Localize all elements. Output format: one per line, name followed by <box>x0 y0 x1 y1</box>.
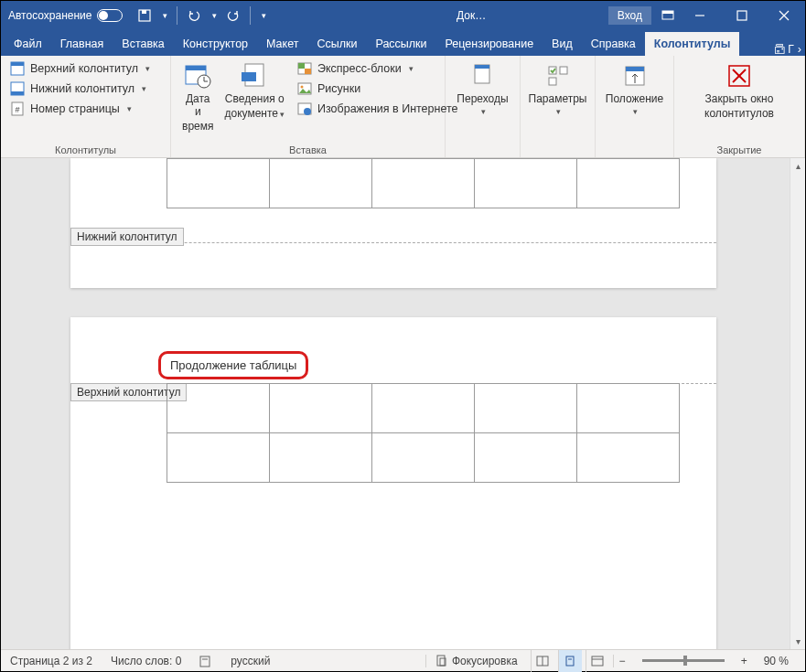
svg-rect-31 <box>560 67 567 74</box>
login-button[interactable]: Вход <box>608 6 651 25</box>
position-button[interactable]: Положение ▾ <box>600 59 669 118</box>
svg-rect-29 <box>475 65 489 69</box>
svg-rect-15 <box>186 66 206 70</box>
autosave-toggle[interactable]: Автосохранение <box>1 9 130 22</box>
group-insert-label: Вставка <box>171 144 445 157</box>
continuation-callout: Продолжение таблицы <box>158 351 308 379</box>
tab-mailings[interactable]: Рассылки <box>366 32 435 56</box>
tab-view[interactable]: Вид <box>543 32 582 56</box>
quickparts-button[interactable]: Экспресс-блоки▾ <box>294 59 462 78</box>
share-icon[interactable]: 🖆 Г <box>774 43 794 56</box>
footer-button[interactable]: Нижний колонтитул▾ <box>6 80 154 98</box>
svg-rect-20 <box>242 72 256 81</box>
datetime-button[interactable]: Дата и время <box>177 59 219 134</box>
svg-rect-11 <box>11 91 24 95</box>
header-button[interactable]: Верхний колонтитул▾ <box>6 59 154 78</box>
tab-help[interactable]: Справка <box>582 32 645 56</box>
focus-mode[interactable]: Фокусировка <box>425 655 527 667</box>
title-bar: Автосохранение ▾ ▾ ▾ Док… Вход <box>1 1 805 30</box>
web-layout-icon[interactable] <box>586 650 609 672</box>
svg-rect-3 <box>662 11 673 14</box>
read-mode-icon[interactable] <box>531 650 554 672</box>
svg-point-25 <box>301 86 304 89</box>
options-button[interactable]: Параметры ▾ <box>523 59 593 118</box>
page-1: Нижний колонтитул <box>70 158 716 288</box>
autosave-label: Автосохранение <box>8 9 91 22</box>
close-button[interactable] <box>763 1 805 30</box>
table-1[interactable] <box>167 158 680 208</box>
svg-rect-34 <box>626 67 644 71</box>
svg-point-27 <box>304 108 311 115</box>
group-headerfooter-label: Колонтитулы <box>1 144 170 157</box>
zoom-in[interactable]: + <box>736 655 753 667</box>
minimize-button[interactable] <box>679 1 721 30</box>
footer-label: Нижний колонтитул <box>30 82 134 95</box>
tab-file[interactable]: Файл <box>5 32 51 56</box>
svg-rect-45 <box>566 656 574 666</box>
group-close-label: Закрытие <box>674 144 804 157</box>
svg-rect-23 <box>305 69 311 74</box>
qat-customize[interactable]: ▾ <box>262 11 266 20</box>
pagenumber-label: Номер страницы <box>30 102 120 115</box>
ribbon: Верхний колонтитул▾ Нижний колонтитул▾ #… <box>1 56 805 158</box>
docinfo-button[interactable]: Сведения о документе▾ <box>219 59 290 122</box>
more-icon[interactable]: › <box>798 43 801 56</box>
tab-review[interactable]: Рецензирование <box>436 32 543 56</box>
ribbon-display-icon[interactable] <box>661 8 675 23</box>
proofing-icon[interactable] <box>190 655 221 667</box>
tab-references[interactable]: Ссылки <box>307 32 366 56</box>
save-dropdown[interactable]: ▾ <box>163 11 167 20</box>
svg-rect-39 <box>200 656 210 667</box>
ribbon-tabs: Файл Главная Вставка Конструктор Макет С… <box>1 30 805 56</box>
tab-design[interactable]: Конструктор <box>174 32 257 56</box>
scroll-down-icon[interactable]: ▾ <box>790 634 805 649</box>
document-area[interactable]: Нижний колонтитул Продолжение таблицы Ве… <box>1 158 805 649</box>
language[interactable]: русский <box>221 655 279 667</box>
navigation-button[interactable]: Переходы ▾ <box>451 59 513 118</box>
autosave-switch[interactable] <box>97 9 123 22</box>
svg-rect-9 <box>11 62 24 66</box>
tab-layout[interactable]: Макет <box>257 32 307 56</box>
redo-icon[interactable] <box>226 8 241 23</box>
print-layout-icon[interactable] <box>558 650 582 672</box>
onlinepics-button[interactable]: Изображения в Интернете <box>294 100 462 118</box>
svg-rect-5 <box>737 11 747 20</box>
header-label: Верхний колонтитул <box>30 62 138 75</box>
svg-rect-22 <box>298 63 305 69</box>
undo-icon[interactable] <box>187 8 201 23</box>
undo-dropdown[interactable]: ▾ <box>212 11 217 20</box>
quick-access-toolbar: ▾ ▾ ▾ <box>130 6 274 25</box>
zoom-level[interactable]: 90 % <box>757 655 796 667</box>
page-2: Продолжение таблицы Верхний колонтитул <box>70 317 716 649</box>
tab-headerfooter[interactable]: Колонтитулы <box>645 32 740 56</box>
pagenumber-button[interactable]: # Номер страницы▾ <box>6 100 154 118</box>
status-bar: Страница 2 из 2 Число слов: 0 русский Фо… <box>1 649 805 671</box>
maximize-button[interactable] <box>721 1 763 30</box>
svg-rect-41 <box>437 656 445 666</box>
footer-tag[interactable]: Нижний колонтитул <box>70 228 184 246</box>
tab-insert[interactable]: Вставка <box>113 32 173 56</box>
close-headerfooter-button[interactable]: Закрыть окно колонтитулов <box>699 59 779 122</box>
svg-rect-47 <box>592 656 603 666</box>
svg-rect-32 <box>549 78 556 85</box>
page-count[interactable]: Страница 2 из 2 <box>1 655 102 667</box>
pictures-button[interactable]: Рисунки <box>294 80 462 98</box>
svg-text:#: # <box>15 105 19 114</box>
zoom-out[interactable]: − <box>613 655 631 667</box>
document-title: Док… <box>274 9 604 22</box>
scroll-up-icon[interactable]: ▴ <box>790 158 805 174</box>
vertical-scrollbar[interactable]: ▴ ▾ <box>790 158 805 649</box>
zoom-slider[interactable] <box>642 659 725 662</box>
table-2[interactable] <box>167 383 680 483</box>
save-icon[interactable] <box>137 8 152 23</box>
word-count[interactable]: Число слов: 0 <box>102 655 190 667</box>
tab-home[interactable]: Главная <box>51 32 113 56</box>
svg-rect-1 <box>142 10 146 14</box>
